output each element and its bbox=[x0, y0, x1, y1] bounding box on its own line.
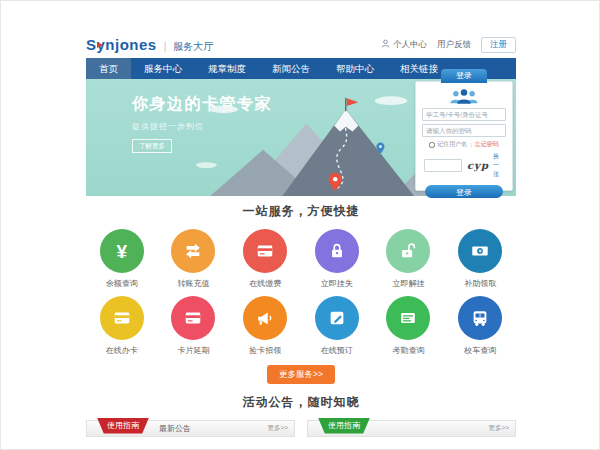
users-group-icon bbox=[446, 87, 482, 105]
user-feedback-link[interactable]: 用户反馈 bbox=[437, 39, 471, 51]
yuan-icon: ¥ bbox=[100, 229, 144, 273]
hero-cta-button[interactable]: 了解更多 bbox=[132, 139, 172, 153]
page-content: Synjones | 服务大厅 个人中心 用户反馈 注册 首页 服务中心 规章制… bbox=[86, 31, 516, 437]
announcement-panel-left: 使用指南 最新公告 更多>> bbox=[86, 420, 295, 437]
svg-text:¥: ¥ bbox=[479, 248, 482, 254]
services-grid: ¥ 余额查询 转账充值 在线缴费 bbox=[86, 229, 516, 356]
card-icon bbox=[100, 296, 144, 340]
top-links: 个人中心 用户反馈 注册 bbox=[381, 37, 516, 53]
unlock-icon bbox=[386, 229, 430, 273]
personal-center-link[interactable]: 个人中心 bbox=[393, 39, 427, 51]
nav-item-rules[interactable]: 规章制度 bbox=[195, 58, 259, 79]
announcements-title: 活动公告，随时知晓 bbox=[86, 394, 516, 411]
captcha-refresh-link[interactable]: 换一张 bbox=[493, 152, 504, 179]
service-found-card-claim[interactable]: 捡卡招领 bbox=[229, 296, 301, 356]
nav-item-news[interactable]: 新闻公告 bbox=[259, 58, 323, 79]
service-online-payment[interactable]: 在线缴费 bbox=[229, 229, 301, 289]
login-options: 记住用户名 | 忘记密码 bbox=[416, 140, 512, 149]
panel-left-header: 使用指南 最新公告 更多>> bbox=[86, 420, 295, 437]
login-panel: 登录 记住用户名 | 忘记密码 cyp 换一张 bbox=[415, 81, 513, 191]
synjones-logo: Synjones bbox=[86, 36, 157, 53]
panel-right-header: 使用指南 更多>> bbox=[307, 420, 516, 437]
password-input[interactable] bbox=[422, 124, 506, 137]
usage-guide-ribbon[interactable]: 使用指南 bbox=[97, 418, 149, 434]
transfer-icon bbox=[171, 229, 215, 273]
lock-icon bbox=[315, 229, 359, 273]
service-label: 转账充值 bbox=[158, 278, 230, 289]
service-label: 在线办卡 bbox=[86, 345, 158, 356]
mountain-illustration bbox=[191, 90, 441, 196]
announcement-panel-right: 使用指南 更多>> bbox=[307, 420, 516, 437]
service-label: 捡卡招领 bbox=[229, 345, 301, 356]
brand-divider: | bbox=[164, 41, 167, 52]
more-link-right[interactable]: 更多>> bbox=[488, 424, 509, 433]
announcements-section: 活动公告，随时知晓 使用指南 最新公告 更多>> 使用指南 更多>> bbox=[86, 384, 516, 437]
person-icon bbox=[381, 39, 390, 50]
services-title: 一站服务，方便快捷 bbox=[86, 203, 516, 220]
page-canvas: Synjones | 服务大厅 个人中心 用户反馈 注册 首页 服务中心 规章制… bbox=[0, 0, 600, 450]
options-separator: | bbox=[470, 142, 472, 148]
usage-guide-ribbon[interactable]: 使用指南 bbox=[318, 418, 370, 434]
service-label: 卡片延期 bbox=[158, 345, 230, 356]
login-submit-button[interactable]: 登录 bbox=[425, 185, 503, 198]
top-bar: Synjones | 服务大厅 个人中心 用户反馈 注册 bbox=[86, 31, 516, 58]
nav-item-home[interactable]: 首页 bbox=[86, 58, 131, 79]
service-card-extension[interactable]: 卡片延期 bbox=[158, 296, 230, 356]
card-icon bbox=[243, 229, 287, 273]
more-link-left[interactable]: 更多>> bbox=[267, 424, 288, 433]
attendance-icon bbox=[386, 296, 430, 340]
service-label: 考勤查询 bbox=[373, 345, 445, 356]
bus-icon bbox=[458, 296, 502, 340]
username-input[interactable] bbox=[422, 108, 506, 121]
service-attendance-inquiry[interactable]: 考勤查询 bbox=[373, 296, 445, 356]
service-balance-inquiry[interactable]: ¥ 余额查询 bbox=[86, 229, 158, 289]
captcha-row: cyp 换一张 bbox=[424, 152, 504, 179]
brand: Synjones | 服务大厅 bbox=[86, 36, 213, 54]
announcement-panels: 使用指南 最新公告 更多>> 使用指南 更多>> bbox=[86, 420, 516, 437]
service-online-card-apply[interactable]: 在线办卡 bbox=[86, 296, 158, 356]
captcha-input[interactable] bbox=[424, 159, 462, 172]
service-online-booking[interactable]: 在线预订 bbox=[301, 296, 373, 356]
service-unfreeze[interactable]: 立即解挂 bbox=[373, 229, 445, 289]
register-button[interactable]: 注册 bbox=[481, 37, 516, 53]
nav-item-service-center[interactable]: 服务中心 bbox=[131, 58, 195, 79]
captcha-image[interactable]: cyp bbox=[467, 160, 489, 171]
banknote-icon: ¥ bbox=[458, 229, 502, 273]
service-label: 补助领取 bbox=[444, 278, 516, 289]
edit-icon bbox=[315, 296, 359, 340]
service-label: 立即解挂 bbox=[373, 278, 445, 289]
portal-name: 服务大厅 bbox=[173, 40, 213, 54]
service-label: 立即挂失 bbox=[301, 278, 373, 289]
service-label: 在线缴费 bbox=[229, 278, 301, 289]
services-section: 一站服务，方便快捷 ¥ 余额查询 转账充值 在线缴费 bbox=[86, 196, 516, 384]
service-school-bus-inquiry[interactable]: 校车查询 bbox=[444, 296, 516, 356]
megaphone-icon bbox=[243, 296, 287, 340]
remember-label: 记住用户名 bbox=[437, 140, 467, 149]
service-subsidy-collect[interactable]: ¥ 补助领取 bbox=[444, 229, 516, 289]
login-tab[interactable]: 登录 bbox=[441, 69, 487, 83]
hero-banner: 你身边的卡管专家 提供捷径一步到位 了解更多 bbox=[86, 79, 516, 196]
forgot-password-link[interactable]: 忘记密码 bbox=[475, 140, 499, 149]
nav-item-help[interactable]: 帮助中心 bbox=[323, 58, 387, 79]
service-report-loss[interactable]: 立即挂失 bbox=[301, 229, 373, 289]
latest-announcements-tab[interactable]: 最新公告 bbox=[159, 423, 191, 434]
remember-checkbox[interactable] bbox=[429, 142, 435, 148]
card-icon bbox=[171, 296, 215, 340]
service-label: 余额查询 bbox=[86, 278, 158, 289]
service-transfer-recharge[interactable]: 转账充值 bbox=[158, 229, 230, 289]
service-label: 校车查询 bbox=[444, 345, 516, 356]
service-label: 在线预订 bbox=[301, 345, 373, 356]
more-services-button[interactable]: 更多服务>> bbox=[267, 365, 335, 384]
